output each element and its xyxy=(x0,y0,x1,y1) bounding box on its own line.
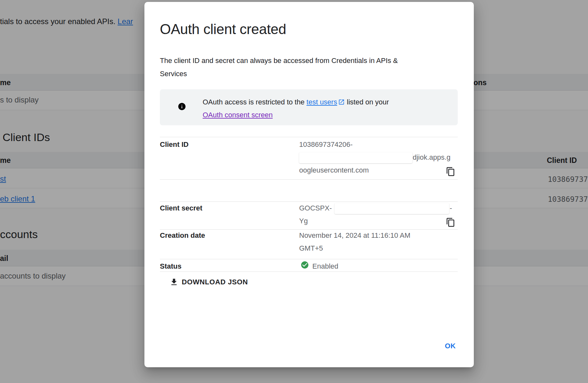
status-value: Enabled xyxy=(312,262,338,271)
client-id-value-line2-suffix: djiok.apps.g xyxy=(413,153,450,162)
copy-client-secret-button[interactable] xyxy=(446,218,455,227)
client-id-label: Client ID xyxy=(160,140,188,149)
notice-text-before: OAuth access is restricted to the xyxy=(203,98,307,106)
dialog-title: OAuth client created xyxy=(160,21,286,37)
redacted-client-secret-box xyxy=(335,203,449,214)
divider xyxy=(160,229,458,230)
divider xyxy=(160,259,458,259)
download-json-button[interactable]: DOWNLOAD JSON xyxy=(167,276,251,289)
ok-button[interactable]: OK xyxy=(440,339,461,353)
divider xyxy=(160,179,458,180)
info-icon xyxy=(178,102,186,111)
client-secret-line2: Yg xyxy=(299,217,308,225)
divider xyxy=(160,201,458,202)
client-secret-label: Client secret xyxy=(160,204,202,212)
dialog-description: The client ID and secret can always be a… xyxy=(160,54,421,80)
creation-date-line2: GMT+5 xyxy=(299,244,323,253)
creation-date-line1: November 14, 2024 at 11:16:10 AM xyxy=(299,231,410,240)
client-secret-suffix: - xyxy=(450,204,452,212)
test-users-link[interactable]: test users xyxy=(307,98,337,106)
notice-text: OAuth access is restricted to the test u… xyxy=(203,96,389,121)
download-icon xyxy=(170,278,179,287)
copy-icon xyxy=(446,218,455,227)
screen: tials to access your enabled APIs. Lear … xyxy=(0,0,588,383)
oauth-consent-screen-link[interactable]: OAuth consent screen xyxy=(203,111,273,119)
creation-date-label: Creation date xyxy=(160,231,205,240)
copy-icon xyxy=(446,167,455,176)
copy-client-id-button[interactable] xyxy=(446,167,455,176)
oauth-client-created-dialog: OAuth client created The client ID and s… xyxy=(144,2,474,367)
divider xyxy=(160,137,458,137)
restricted-access-notice: OAuth access is restricted to the test u… xyxy=(160,89,458,125)
client-id-value-line1: 1038697374206- xyxy=(299,140,353,149)
notice-line-1: OAuth access is restricted to the test u… xyxy=(203,96,389,109)
status-label: Status xyxy=(160,262,181,271)
check-circle-icon xyxy=(300,261,309,269)
download-json-label: DOWNLOAD JSON xyxy=(182,278,248,286)
notice-text-after: listed on your xyxy=(345,98,389,106)
redacted-client-id-box xyxy=(299,152,412,163)
divider xyxy=(160,272,458,272)
client-id-value-line3: oogleusercontent.com xyxy=(299,166,369,174)
client-secret-prefix: GOCSPX- xyxy=(299,204,332,212)
notice-line-2: OAuth consent screen xyxy=(203,109,389,121)
open-in-new-icon xyxy=(338,99,345,105)
